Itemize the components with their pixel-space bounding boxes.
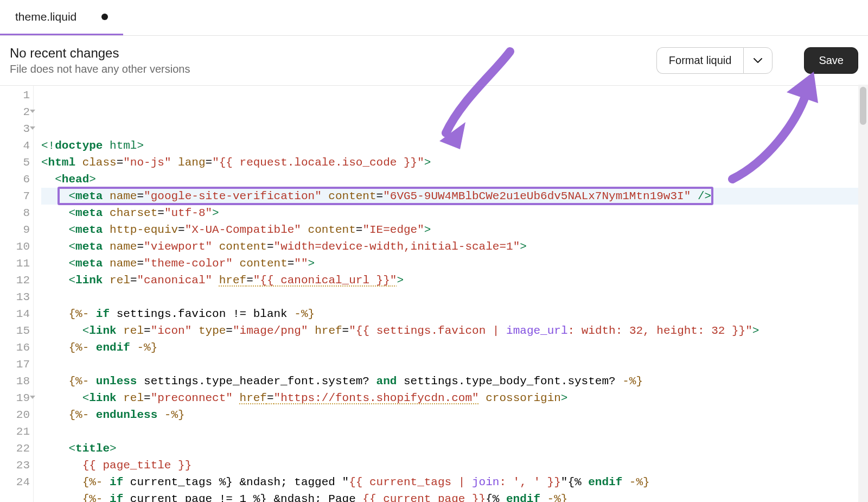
line-number: 2 [0,104,30,120]
code-line[interactable]: <meta charset="utf-8"> [41,205,868,221]
line-number: 17 [0,356,30,373]
code-line[interactable]: {%- endunless -%} [41,406,868,423]
code-editor[interactable]: 123456789101112131415161718192021222324 … [0,86,868,502]
line-number: 24 [0,474,30,491]
code-line[interactable]: <title> [41,440,868,457]
code-line[interactable]: {%- unless settings.type_header_font.sys… [41,373,868,390]
code-line[interactable]: {%- if current_page != 1 %} &ndash; Page… [41,491,868,502]
line-number: 11 [0,255,30,272]
scrollbar-thumb[interactable] [860,87,866,125]
code-line[interactable]: {%- if settings.favicon != blank -%} [41,306,868,322]
code-line[interactable] [41,423,868,440]
code-line[interactable]: <meta name="theme-color" content=""> [41,255,868,272]
line-number: 3 [0,120,30,137]
editor-tab-bar: theme.liquid [0,0,868,36]
line-number: 1 [0,87,30,104]
unsaved-indicator-icon [101,14,108,20]
line-number: 18 [0,373,30,390]
line-number: 12 [0,272,30,289]
code-line[interactable]: {%- if current_tags %} &ndash; tagged "{… [41,474,868,491]
line-number: 16 [0,339,30,356]
line-number: 13 [0,289,30,306]
code-line[interactable]: <meta name="google-site-verification" co… [41,188,868,205]
line-number: 19 [0,390,30,406]
code-line[interactable]: <link rel="icon" type="image/png" href="… [41,322,868,339]
line-number: 6 [0,171,30,188]
line-number: 21 [0,423,30,440]
status-title: No recent changes [10,46,190,61]
line-number: 7 [0,188,30,205]
header-toolbar: No recent changes File does not have any… [0,36,868,86]
line-number: 5 [0,154,30,171]
code-line[interactable]: <meta name="viewport" content="width=dev… [41,238,868,255]
format-liquid-button[interactable]: Format liquid [656,47,744,74]
code-line[interactable]: <meta http-equiv="X-UA-Compatible" conte… [41,221,868,238]
line-number: 4 [0,137,30,154]
code-line[interactable]: <html class="no-js" lang="{{ request.loc… [41,154,868,171]
line-number-gutter: 123456789101112131415161718192021222324 [0,86,34,502]
status-subtitle: File does not have any other versions [10,63,190,75]
toolbar-actions: Format liquid Save [656,47,858,74]
version-status: No recent changes File does not have any… [10,46,190,75]
code-line[interactable] [41,289,868,306]
active-tab[interactable]: theme.liquid [0,0,123,35]
code-line[interactable]: <link rel="canonical" href="{{ canonical… [41,272,868,289]
line-number: 9 [0,221,30,238]
line-number: 20 [0,406,30,423]
format-button-group: Format liquid [656,47,773,74]
line-number: 23 [0,457,30,474]
code-line[interactable]: {{ page_title }} [41,457,868,474]
save-button[interactable]: Save [804,47,858,74]
line-number: 22 [0,440,30,457]
code-line[interactable]: {%- endif -%} [41,339,868,356]
line-number: 14 [0,306,30,322]
line-number: 15 [0,322,30,339]
code-line[interactable]: <link rel="preconnect" href="https://fon… [41,390,868,406]
format-dropdown-button[interactable] [743,47,773,74]
code-line[interactable]: <!doctype html> [41,137,868,154]
vertical-scrollbar[interactable] [858,85,868,502]
code-line[interactable]: <head> [41,171,868,188]
chevron-down-icon [754,58,762,63]
code-line[interactable] [41,356,868,373]
line-number: 10 [0,238,30,255]
line-number: 8 [0,205,30,221]
code-content[interactable]: <!doctype html><html class="no-js" lang=… [34,86,868,502]
tab-filename: theme.liquid [15,10,76,23]
